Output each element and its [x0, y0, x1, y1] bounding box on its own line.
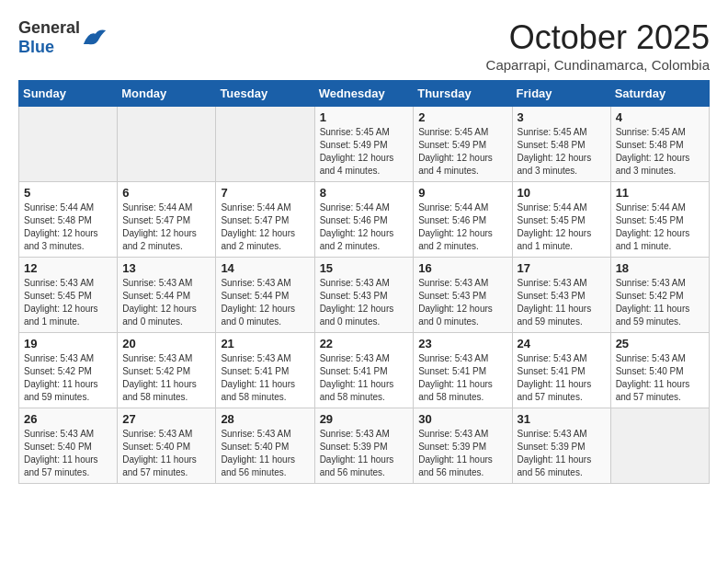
day-number: 7: [221, 186, 309, 200]
day-info: Sunrise: 5:44 AM Sunset: 5:48 PM Dayligh…: [24, 201, 112, 253]
calendar-cell: 5Sunrise: 5:44 AM Sunset: 5:48 PM Daylig…: [19, 182, 118, 258]
title-block: October 2025 Caparrapi, Cundinamarca, Co…: [486, 18, 710, 73]
day-info: Sunrise: 5:44 AM Sunset: 5:46 PM Dayligh…: [320, 201, 409, 253]
day-info: Sunrise: 5:43 AM Sunset: 5:39 PM Dayligh…: [418, 428, 506, 479]
day-info: Sunrise: 5:43 AM Sunset: 5:43 PM Dayligh…: [518, 277, 606, 328]
day-info: Sunrise: 5:43 AM Sunset: 5:41 PM Dayligh…: [418, 352, 506, 404]
day-number: 6: [122, 186, 210, 200]
calendar-week-row: 1Sunrise: 5:45 AM Sunset: 5:49 PM Daylig…: [19, 107, 710, 182]
weekday-header-saturday: Saturday: [610, 81, 709, 107]
page-header: General Blue October 2025 Caparrapi, Cun…: [18, 18, 710, 73]
calendar-cell: 30Sunrise: 5:43 AM Sunset: 5:39 PM Dayli…: [414, 408, 512, 484]
calendar-week-row: 26Sunrise: 5:43 AM Sunset: 5:40 PM Dayli…: [19, 408, 710, 484]
day-info: Sunrise: 5:43 AM Sunset: 5:40 PM Dayligh…: [122, 428, 210, 479]
day-number: 13: [122, 261, 210, 275]
day-info: Sunrise: 5:43 AM Sunset: 5:42 PM Dayligh…: [616, 277, 704, 328]
weekday-header-monday: Monday: [118, 81, 216, 107]
day-number: 1: [320, 110, 409, 124]
calendar-cell: 2Sunrise: 5:45 AM Sunset: 5:49 PM Daylig…: [414, 107, 512, 182]
day-info: Sunrise: 5:44 AM Sunset: 5:47 PM Dayligh…: [122, 201, 210, 253]
day-info: Sunrise: 5:43 AM Sunset: 5:44 PM Dayligh…: [122, 277, 210, 328]
day-number: 18: [616, 261, 704, 275]
calendar-cell: 29Sunrise: 5:43 AM Sunset: 5:39 PM Dayli…: [314, 408, 414, 484]
calendar-cell: 19Sunrise: 5:43 AM Sunset: 5:42 PM Dayli…: [19, 333, 118, 408]
calendar-cell: 6Sunrise: 5:44 AM Sunset: 5:47 PM Daylig…: [118, 182, 216, 258]
calendar-cell: 18Sunrise: 5:43 AM Sunset: 5:42 PM Dayli…: [610, 258, 709, 333]
month-title: October 2025: [486, 18, 710, 57]
day-info: Sunrise: 5:43 AM Sunset: 5:40 PM Dayligh…: [616, 352, 704, 404]
calendar-cell: [610, 408, 709, 484]
calendar-cell: 1Sunrise: 5:45 AM Sunset: 5:49 PM Daylig…: [314, 107, 414, 182]
calendar-cell: 8Sunrise: 5:44 AM Sunset: 5:46 PM Daylig…: [314, 182, 414, 258]
day-info: Sunrise: 5:44 AM Sunset: 5:46 PM Dayligh…: [418, 201, 506, 253]
calendar-table: SundayMondayTuesdayWednesdayThursdayFrid…: [18, 80, 710, 484]
day-info: Sunrise: 5:43 AM Sunset: 5:45 PM Dayligh…: [24, 277, 112, 328]
logo-text: General Blue: [18, 18, 80, 57]
weekday-header-sunday: Sunday: [19, 81, 118, 107]
calendar-cell: 17Sunrise: 5:43 AM Sunset: 5:43 PM Dayli…: [512, 258, 610, 333]
day-info: Sunrise: 5:44 AM Sunset: 5:45 PM Dayligh…: [616, 201, 704, 253]
calendar-cell: 24Sunrise: 5:43 AM Sunset: 5:41 PM Dayli…: [512, 333, 610, 408]
day-number: 26: [24, 412, 112, 426]
calendar-cell: 21Sunrise: 5:43 AM Sunset: 5:41 PM Dayli…: [216, 333, 314, 408]
day-number: 10: [518, 186, 606, 200]
day-info: Sunrise: 5:43 AM Sunset: 5:43 PM Dayligh…: [418, 277, 506, 328]
day-number: 5: [24, 186, 112, 200]
location-subtitle: Caparrapi, Cundinamarca, Colombia: [486, 57, 710, 73]
calendar-cell: 22Sunrise: 5:43 AM Sunset: 5:41 PM Dayli…: [314, 333, 414, 408]
day-info: Sunrise: 5:45 AM Sunset: 5:48 PM Dayligh…: [518, 126, 606, 178]
calendar-week-row: 12Sunrise: 5:43 AM Sunset: 5:45 PM Dayli…: [19, 258, 710, 333]
day-number: 21: [221, 337, 309, 350]
day-info: Sunrise: 5:43 AM Sunset: 5:40 PM Dayligh…: [221, 428, 309, 479]
calendar-cell: [118, 107, 216, 182]
logo-general: General: [18, 18, 80, 37]
calendar-cell: 25Sunrise: 5:43 AM Sunset: 5:40 PM Dayli…: [610, 333, 709, 408]
day-number: 27: [122, 412, 210, 426]
day-number: 25: [616, 337, 704, 350]
calendar-week-row: 5Sunrise: 5:44 AM Sunset: 5:48 PM Daylig…: [19, 182, 710, 258]
logo: General Blue: [18, 18, 108, 57]
day-info: Sunrise: 5:43 AM Sunset: 5:39 PM Dayligh…: [320, 428, 409, 479]
calendar-cell: 31Sunrise: 5:43 AM Sunset: 5:39 PM Dayli…: [512, 408, 610, 484]
day-number: 28: [221, 412, 309, 426]
day-info: Sunrise: 5:44 AM Sunset: 5:47 PM Dayligh…: [221, 201, 309, 253]
day-info: Sunrise: 5:45 AM Sunset: 5:49 PM Dayligh…: [418, 126, 506, 178]
day-info: Sunrise: 5:43 AM Sunset: 5:41 PM Dayligh…: [320, 352, 409, 404]
day-number: 8: [320, 186, 409, 200]
day-info: Sunrise: 5:43 AM Sunset: 5:42 PM Dayligh…: [24, 352, 112, 404]
day-number: 4: [616, 110, 704, 124]
logo-blue: Blue: [18, 38, 54, 56]
day-info: Sunrise: 5:45 AM Sunset: 5:48 PM Dayligh…: [616, 126, 704, 178]
day-number: 14: [221, 261, 309, 275]
calendar-cell: 4Sunrise: 5:45 AM Sunset: 5:48 PM Daylig…: [610, 107, 709, 182]
day-info: Sunrise: 5:44 AM Sunset: 5:45 PM Dayligh…: [518, 201, 606, 253]
day-number: 31: [518, 412, 606, 426]
weekday-header-tuesday: Tuesday: [216, 81, 314, 107]
day-info: Sunrise: 5:43 AM Sunset: 5:41 PM Dayligh…: [518, 352, 606, 404]
day-number: 11: [616, 186, 704, 200]
day-number: 17: [518, 261, 606, 275]
day-number: 2: [418, 110, 506, 124]
calendar-cell: 13Sunrise: 5:43 AM Sunset: 5:44 PM Dayli…: [118, 258, 216, 333]
day-info: Sunrise: 5:43 AM Sunset: 5:44 PM Dayligh…: [221, 277, 309, 328]
weekday-header-wednesday: Wednesday: [314, 81, 414, 107]
day-number: 12: [24, 261, 112, 275]
day-number: 22: [320, 337, 409, 350]
day-number: 23: [418, 337, 506, 350]
day-number: 9: [418, 186, 506, 200]
day-number: 16: [418, 261, 506, 275]
calendar-cell: 7Sunrise: 5:44 AM Sunset: 5:47 PM Daylig…: [216, 182, 314, 258]
calendar-cell: 20Sunrise: 5:43 AM Sunset: 5:42 PM Dayli…: [118, 333, 216, 408]
day-info: Sunrise: 5:43 AM Sunset: 5:43 PM Dayligh…: [320, 277, 409, 328]
weekday-header-friday: Friday: [512, 81, 610, 107]
weekday-header-row: SundayMondayTuesdayWednesdayThursdayFrid…: [19, 81, 710, 107]
calendar-cell: [216, 107, 314, 182]
calendar-cell: 3Sunrise: 5:45 AM Sunset: 5:48 PM Daylig…: [512, 107, 610, 182]
logo-bird-icon: [82, 27, 108, 49]
day-number: 29: [320, 412, 409, 426]
calendar-cell: 14Sunrise: 5:43 AM Sunset: 5:44 PM Dayli…: [216, 258, 314, 333]
calendar-cell: 11Sunrise: 5:44 AM Sunset: 5:45 PM Dayli…: [610, 182, 709, 258]
calendar-cell: 10Sunrise: 5:44 AM Sunset: 5:45 PM Dayli…: [512, 182, 610, 258]
weekday-header-thursday: Thursday: [414, 81, 512, 107]
day-number: 30: [418, 412, 506, 426]
